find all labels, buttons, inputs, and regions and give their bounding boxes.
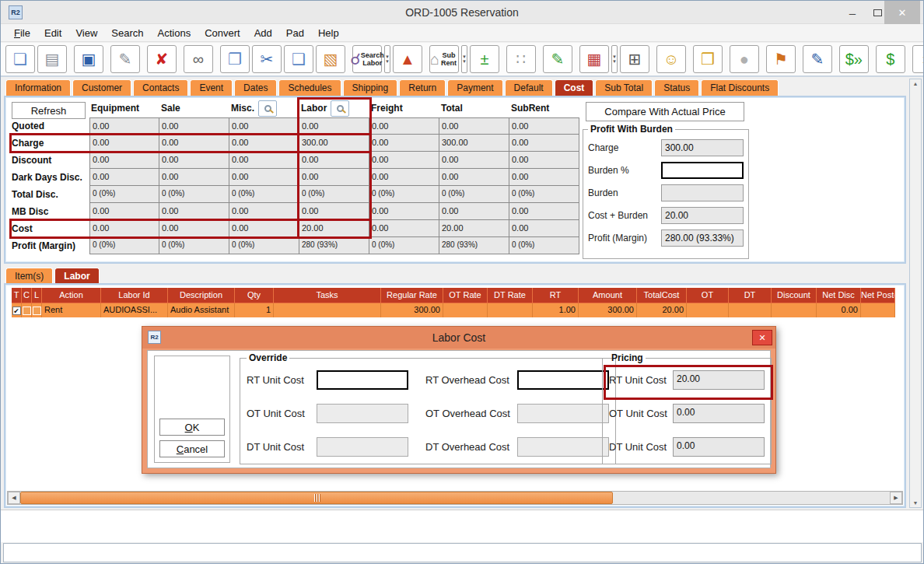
labor-grid-col-labor-id[interactable]: Labor Id <box>101 288 168 303</box>
find-binoculars-icon-glyph: ∞ <box>193 51 204 67</box>
search-labor-button[interactable] <box>331 100 349 117</box>
burden-burden--field[interactable] <box>661 162 744 179</box>
spheres-icon[interactable]: ∷ <box>506 45 536 73</box>
security-cart-icon[interactable]: ⚑ <box>766 45 796 73</box>
labor-grid-col-action[interactable]: Action <box>42 288 101 303</box>
paste-icon[interactable]: ▧ <box>316 45 345 73</box>
scroll-right-arrow[interactable]: ▶ <box>890 492 902 504</box>
labor-grid-col-ot[interactable]: OT <box>687 288 729 303</box>
menu-view[interactable]: View <box>68 26 104 40</box>
sub-rent-button[interactable]: ⌂Sub Rent <box>429 45 459 73</box>
close-button[interactable]: ✕ <box>884 1 920 24</box>
ok-button[interactable]: OK <box>159 419 225 436</box>
labor-grid-row[interactable]: ✔RentAUDIOASSI...Audio Assistant1300.001… <box>12 303 895 317</box>
minimize-button[interactable]: – <box>841 1 864 24</box>
find-binoculars-icon[interactable]: ∞ <box>184 45 213 73</box>
tab-return[interactable]: Return <box>399 79 446 96</box>
shapes-icon[interactable]: ▲ <box>393 45 422 73</box>
cut-icon[interactable]: ✂ <box>252 45 282 73</box>
labor-grid-col-totalcost[interactable]: TotalCost <box>637 288 687 303</box>
row-checkbox[interactable]: ✔ <box>12 307 21 315</box>
search-labor-spinner[interactable]: ▼▼ <box>384 45 390 73</box>
save-icon[interactable]: ▣ <box>74 45 103 73</box>
menu-add[interactable]: Add <box>247 26 279 40</box>
print-icon[interactable]: ▤ <box>37 45 67 73</box>
menu-actions[interactable]: Actions <box>151 26 198 40</box>
tab-dates[interactable]: Dates <box>234 79 277 96</box>
sub-rent-spinner[interactable]: ▼▼ <box>461 45 467 73</box>
search-labor-button[interactable]: ☌Search Labor <box>352 45 382 73</box>
labor-grid-col-amount[interactable]: Amount <box>579 288 637 303</box>
cancel-button[interactable]: Cancel <box>159 440 225 457</box>
scroll-left-arrow[interactable]: ◀ <box>8 492 20 504</box>
tab-contacts[interactable]: Contacts <box>133 79 188 96</box>
labor-grid-col-qty[interactable]: Qty <box>235 288 274 303</box>
dollar-note-icon[interactable]: $ <box>876 45 905 73</box>
tab-sub-total[interactable]: Sub Total <box>595 79 653 96</box>
menu-pad[interactable]: Pad <box>279 26 311 40</box>
tab-customer[interactable]: Customer <box>72 79 131 96</box>
tab-event[interactable]: Event <box>190 79 233 96</box>
calendar-spinner[interactable]: ▼▼ <box>611 45 618 73</box>
horizontal-scrollbar[interactable]: ◀ ▶ <box>7 491 903 505</box>
scroll-down-arrow[interactable]: ▼ <box>913 500 919 506</box>
labor-grid-col-rt[interactable]: RT <box>533 288 579 303</box>
tab-schedules[interactable]: Schedules <box>278 79 341 96</box>
paste-special-icon[interactable]: ❐ <box>220 45 250 73</box>
menu-search[interactable]: Search <box>104 26 150 40</box>
notes-icon[interactable]: ✎ <box>543 45 572 73</box>
new-document-icon[interactable]: ❏ <box>5 45 35 73</box>
tab-flat-discounts[interactable]: Flat Discounts <box>701 79 779 96</box>
dialog-close-button[interactable]: ✕ <box>752 330 772 345</box>
tab-shipping[interactable]: Shipping <box>343 79 398 96</box>
labor-grid-cell <box>443 303 488 317</box>
labor-grid-col-description[interactable]: Description <box>168 288 235 303</box>
delete-icon[interactable]: ✘ <box>147 45 177 73</box>
folder-clock-icon[interactable]: ❒ <box>693 45 723 73</box>
scrollbar-track[interactable] <box>20 492 890 504</box>
labor-grid-col-c[interactable]: C <box>22 288 32 303</box>
labor-grid-col-tasks[interactable]: Tasks <box>274 288 381 303</box>
tab-default[interactable]: Default <box>505 79 553 96</box>
search-misc-button[interactable] <box>258 100 277 117</box>
row-checkbox[interactable] <box>33 307 41 315</box>
tab-item-s-[interactable]: Item(s) <box>5 268 53 284</box>
edit-pencil-icon[interactable]: ✎ <box>110 45 140 73</box>
edit-document-icon-glyph: ✎ <box>810 51 824 67</box>
labor-grid-col-net-posted[interactable]: Net Posted <box>861 288 895 303</box>
labor-grid-col-net-disc[interactable]: Net Disc <box>817 288 861 303</box>
compare-with-actual-price-button[interactable]: Compare With Actual Price <box>586 102 744 121</box>
row-checkbox[interactable] <box>23 307 31 315</box>
tab-status[interactable]: Status <box>654 79 699 96</box>
tab-payment[interactable]: Payment <box>447 79 502 96</box>
labor-grid-col-l[interactable]: L <box>32 288 42 303</box>
scroll-up-arrow[interactable]: ▲ <box>913 81 919 86</box>
smiley-icon[interactable]: ☺ <box>656 45 686 73</box>
labor-grid-col-discount[interactable]: Discount <box>772 288 817 303</box>
tab-information[interactable]: Information <box>5 79 71 96</box>
labor-grid-col-ot-rate[interactable]: OT Rate <box>443 288 488 303</box>
dollar-forward-icon[interactable]: $» <box>839 45 869 73</box>
truck-icon[interactable]: ➲ <box>912 45 924 73</box>
vertical-scrollbar[interactable]: ▲ ▼ <box>909 79 922 508</box>
tab-labor[interactable]: Labor <box>54 268 99 284</box>
menu-convert[interactable]: Convert <box>198 26 247 40</box>
labor-grid-col-regular-rate[interactable]: Regular Rate <box>381 288 443 303</box>
edit-document-icon[interactable]: ✎ <box>803 45 832 73</box>
labor-grid-col-dt-rate[interactable]: DT Rate <box>488 288 533 303</box>
rt-unit-cost-input[interactable] <box>317 370 408 390</box>
tab-cost[interactable]: Cost <box>555 79 594 96</box>
labor-grid-col-t[interactable]: T <box>12 288 22 303</box>
menu-edit[interactable]: Edit <box>37 26 68 40</box>
copy-icon[interactable]: ❑ <box>284 45 313 73</box>
rt-overhead-cost-input[interactable] <box>517 370 609 390</box>
gray-sphere-icon[interactable]: ● <box>730 45 759 73</box>
org-chart-icon[interactable]: ⊞ <box>620 45 649 73</box>
add-remove-icon[interactable]: ± <box>470 45 499 73</box>
menu-help[interactable]: Help <box>311 26 346 40</box>
scrollbar-thumb[interactable] <box>20 492 613 504</box>
burden-field-label: Profit (Margin) <box>588 233 661 243</box>
menu-file[interactable]: File <box>7 26 37 40</box>
labor-grid-col-dt[interactable]: DT <box>729 288 772 303</box>
calendar-icon[interactable]: ▦ <box>579 45 609 73</box>
